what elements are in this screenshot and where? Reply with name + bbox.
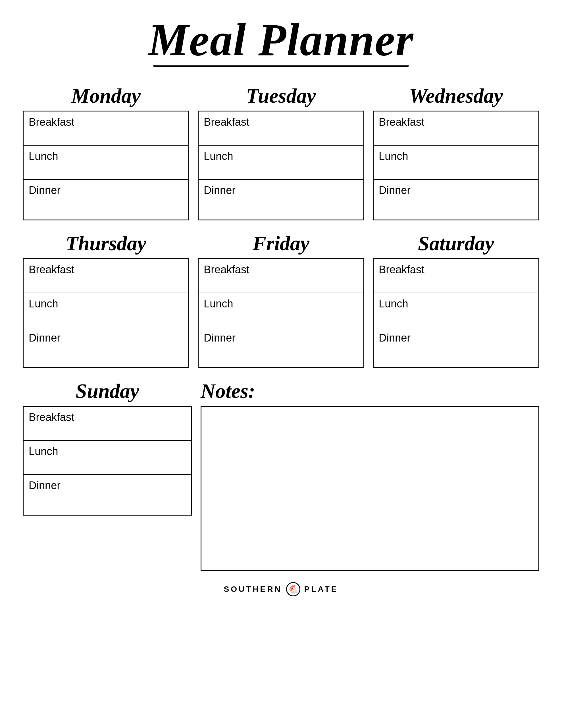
notes-box[interactable] xyxy=(201,406,539,571)
day-header-monday: Monday xyxy=(71,84,141,108)
friday-dinner-label: Dinner xyxy=(204,332,236,344)
saturday-dinner-row: Dinner xyxy=(374,327,538,367)
sunday-breakfast-row: Breakfast xyxy=(24,407,191,441)
thursday-breakfast-row: Breakfast xyxy=(24,259,188,293)
saturday-lunch-row: Lunch xyxy=(374,293,538,327)
sunday-dinner-row: Dinner xyxy=(24,475,191,515)
friday-breakfast-label: Breakfast xyxy=(204,264,250,276)
tuesday-lunch-row: Lunch xyxy=(199,146,363,180)
day-header-saturday: Saturday xyxy=(418,232,494,255)
footer: SOUTHERN 🐔 PLATE xyxy=(224,582,338,596)
day-box-sunday: Breakfast Lunch Dinner xyxy=(23,406,192,516)
thursday-lunch-row: Lunch xyxy=(24,293,188,327)
wednesday-lunch-row: Lunch xyxy=(374,146,538,180)
friday-lunch-label: Lunch xyxy=(204,298,233,310)
day-column-sunday: Sunday Breakfast Lunch Dinner xyxy=(23,379,192,516)
thursday-breakfast-label: Breakfast xyxy=(29,264,74,276)
wednesday-dinner-row: Dinner xyxy=(374,180,538,220)
sunday-lunch-label: Lunch xyxy=(29,445,58,457)
tuesday-dinner-label: Dinner xyxy=(204,184,236,196)
day-column-thursday: Thursday Breakfast Lunch Dinner xyxy=(23,232,189,368)
week-row-2: Thursday Breakfast Lunch Dinner Friday B… xyxy=(23,232,539,368)
day-header-sunday: Sunday xyxy=(76,379,139,403)
day-header-wednesday: Wednesday xyxy=(409,84,503,108)
day-column-tuesday: Tuesday Breakfast Lunch Dinner xyxy=(198,84,364,220)
monday-breakfast-row: Breakfast xyxy=(24,111,188,146)
thursday-lunch-label: Lunch xyxy=(29,298,58,310)
day-header-tuesday: Tuesday xyxy=(246,84,316,108)
saturday-breakfast-label: Breakfast xyxy=(379,264,424,276)
footer-brand: SOUTHERN xyxy=(224,585,282,594)
sunday-lunch-row: Lunch xyxy=(24,441,191,475)
monday-lunch-row: Lunch xyxy=(24,146,188,180)
saturday-dinner-label: Dinner xyxy=(379,332,410,344)
day-column-saturday: Saturday Breakfast Lunch Dinner xyxy=(373,232,539,368)
title-underline xyxy=(153,65,409,67)
planner-grid: Monday Breakfast Lunch Dinner Tuesday Br… xyxy=(23,84,539,571)
friday-breakfast-row: Breakfast xyxy=(199,259,363,293)
footer-brand2: PLATE xyxy=(304,585,338,594)
notes-header: Notes: xyxy=(201,379,255,403)
day-header-friday: Friday xyxy=(253,232,309,255)
day-box-monday: Breakfast Lunch Dinner xyxy=(23,111,189,220)
monday-lunch-label: Lunch xyxy=(29,150,58,162)
tuesday-breakfast-label: Breakfast xyxy=(204,116,250,128)
monday-dinner-label: Dinner xyxy=(29,184,61,196)
sunday-dinner-label: Dinner xyxy=(29,479,61,491)
thursday-dinner-label: Dinner xyxy=(29,332,61,344)
saturday-lunch-label: Lunch xyxy=(379,298,408,310)
friday-lunch-row: Lunch xyxy=(199,293,363,327)
day-column-friday: Friday Breakfast Lunch Dinner xyxy=(198,232,364,368)
saturday-breakfast-row: Breakfast xyxy=(374,259,538,293)
sunday-breakfast-label: Breakfast xyxy=(29,411,74,423)
tuesday-dinner-row: Dinner xyxy=(199,180,363,220)
wednesday-breakfast-label: Breakfast xyxy=(379,116,424,128)
day-box-thursday: Breakfast Lunch Dinner xyxy=(23,258,189,368)
friday-dinner-row: Dinner xyxy=(199,327,363,367)
day-column-wednesday: Wednesday Breakfast Lunch Dinner xyxy=(373,84,539,220)
day-box-friday: Breakfast Lunch Dinner xyxy=(198,258,364,368)
day-box-tuesday: Breakfast Lunch Dinner xyxy=(198,111,364,220)
bottom-row: Sunday Breakfast Lunch Dinner Notes: xyxy=(23,379,539,571)
monday-breakfast-label: Breakfast xyxy=(29,116,74,128)
notes-column: Notes: xyxy=(201,379,539,571)
day-box-wednesday: Breakfast Lunch Dinner xyxy=(373,111,539,220)
monday-dinner-row: Dinner xyxy=(24,180,188,220)
day-column-monday: Monday Breakfast Lunch Dinner xyxy=(23,84,189,220)
footer-icon: 🐔 xyxy=(286,582,300,596)
wednesday-breakfast-row: Breakfast xyxy=(374,111,538,146)
page-title: Meal Planner xyxy=(148,17,414,63)
day-header-thursday: Thursday xyxy=(66,232,146,255)
day-box-saturday: Breakfast Lunch Dinner xyxy=(373,258,539,368)
tuesday-breakfast-row: Breakfast xyxy=(199,111,363,146)
wednesday-lunch-label: Lunch xyxy=(379,150,408,162)
wednesday-dinner-label: Dinner xyxy=(379,184,410,196)
tuesday-lunch-label: Lunch xyxy=(204,150,233,162)
thursday-dinner-row: Dinner xyxy=(24,327,188,367)
week-row-1: Monday Breakfast Lunch Dinner Tuesday Br… xyxy=(23,84,539,220)
